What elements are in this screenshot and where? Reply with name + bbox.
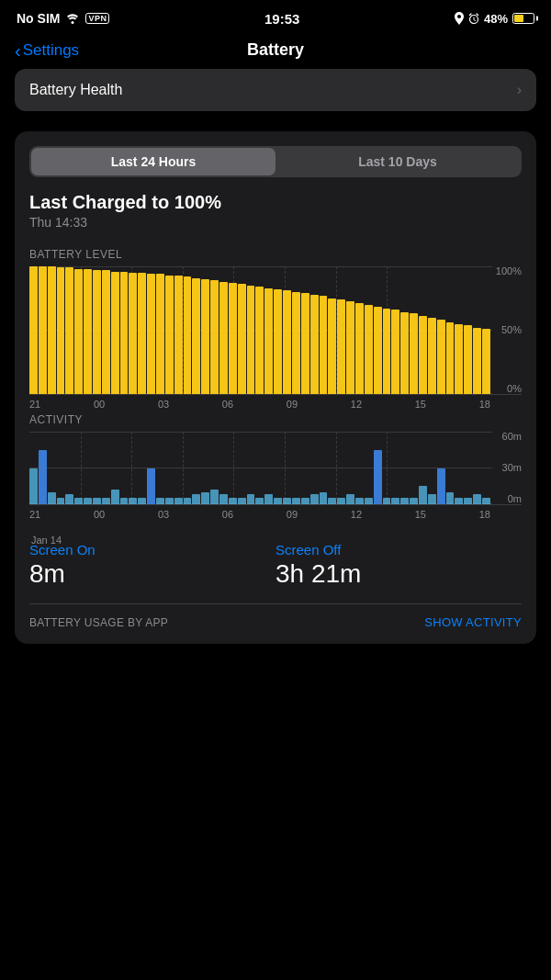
show-activity-button[interactable]: SHOW ACTIVITY [424,615,522,629]
activity-bar-1 [39,450,47,504]
battery-status-icon [512,13,534,24]
y-label-60m: 60m [502,432,522,442]
activity-bar-45 [437,468,445,505]
activity-bar-46 [446,492,455,504]
activity-bar-43 [419,486,427,504]
battery-bar-10 [120,272,129,394]
activity-bar-24 [247,494,255,504]
screen-off-value: 3h 21m [276,559,522,589]
activity-bars [29,432,490,504]
segment-10d[interactable]: Last 10 Days [276,148,520,175]
carrier-label: No SIM [17,11,60,26]
wifi-icon [65,13,80,24]
location-icon [455,12,464,25]
activity-bar-50 [482,498,490,504]
battery-bar-25 [255,287,264,394]
battery-bar-5 [74,269,83,394]
battery-bar-36 [355,303,364,394]
activity-bar-11 [129,498,137,504]
battery-bar-6 [84,269,92,394]
battery-bar-32 [320,296,328,394]
main-card: Last 24 Hours Last 10 Days Last Charged … [15,131,536,644]
x-label-12: 12 [351,399,362,410]
battery-health-card[interactable]: Battery Health › [15,69,536,111]
activity-bar-27 [274,498,282,504]
activity-bar-29 [292,498,300,504]
battery-bar-38 [374,307,382,394]
activity-bar-4 [65,494,73,504]
x-label-09: 09 [287,399,298,410]
battery-bar-4 [65,267,73,394]
battery-bar-40 [391,310,399,394]
act-x-06: 06 [222,509,233,520]
activity-bar-35 [346,494,354,504]
battery-bar-12 [138,273,146,394]
screen-on-value: 8m [29,559,276,589]
battery-bar-41 [400,312,409,394]
activity-bar-8 [102,498,110,504]
activity-bar-47 [455,498,463,504]
activity-bar-18 [192,494,200,504]
y-label-50: 50% [501,325,522,335]
back-label: Settings [23,41,79,60]
y-label-100: 100% [496,266,522,276]
activity-bar-7 [93,498,101,504]
battery-y-labels: 100% 50% 0% [492,266,522,394]
status-right: 48% [455,12,534,26]
activity-bar-10 [120,498,129,504]
battery-bar-23 [238,284,246,394]
activity-bar-31 [310,494,319,504]
battery-bar-18 [192,278,200,394]
screen-off-stat: Screen Off 3h 21m [276,542,522,589]
battery-bar-50 [482,329,490,394]
act-x-21: 21 [29,509,40,520]
x-label-03: 03 [158,399,169,410]
charge-title: Last Charged to 100% [29,192,522,213]
battery-bar-45 [437,320,445,394]
status-left: No SIM VPN [17,11,109,26]
act-x-12: 12 [351,509,362,520]
activity-chart: 60m 30m 0m 21 00 03 06 09 12 15 18 Jan 1… [29,432,522,524]
y-label-30m: 30m [502,463,522,473]
battery-bar-26 [264,288,273,394]
segment-24h[interactable]: Last 24 Hours [31,148,276,175]
battery-level-chart: 100% 50% 0% 21 00 03 06 09 12 15 18 [29,266,522,413]
battery-level-label: BATTERY LEVEL [29,248,522,261]
page-title: Battery [247,40,304,60]
status-bar: No SIM VPN 19:53 48% [0,0,551,33]
battery-bar-27 [274,289,282,394]
battery-bar-47 [455,324,463,394]
activity-bar-40 [391,498,399,504]
activity-bar-13 [147,468,155,505]
battery-bar-46 [446,322,455,394]
battery-bar-48 [464,325,472,394]
activity-bar-12 [138,498,146,504]
date-label: Jan 14 [29,535,522,546]
activity-bar-21 [219,494,228,504]
activity-bar-20 [210,490,219,504]
nav-bar: ‹ Settings Battery [0,33,551,69]
back-button[interactable]: ‹ Settings [15,41,79,60]
battery-bar-2 [48,266,56,394]
segment-control[interactable]: Last 24 Hours Last 10 Days [29,146,522,177]
activity-bar-23 [238,498,246,504]
battery-bar-8 [102,270,110,394]
battery-bar-30 [301,293,309,394]
battery-bar-20 [210,280,219,394]
chevron-right-icon: › [517,82,522,98]
activity-bar-5 [74,498,83,504]
battery-bar-15 [165,276,174,394]
card-footer: BATTERY USAGE BY APP SHOW ACTIVITY [29,603,522,629]
battery-bar-31 [310,295,319,394]
activity-bar-15 [165,498,174,504]
activity-bar-34 [337,498,345,504]
back-chevron-icon: ‹ [15,41,21,60]
battery-percent: 48% [484,12,508,26]
activity-bar-36 [355,498,364,504]
battery-bar-49 [473,328,481,394]
activity-bar-9 [111,490,119,504]
act-x-18: 18 [479,509,490,520]
activity-label: ACTIVITY [29,413,522,426]
activity-bar-41 [400,498,409,504]
activity-bar-25 [255,498,264,504]
